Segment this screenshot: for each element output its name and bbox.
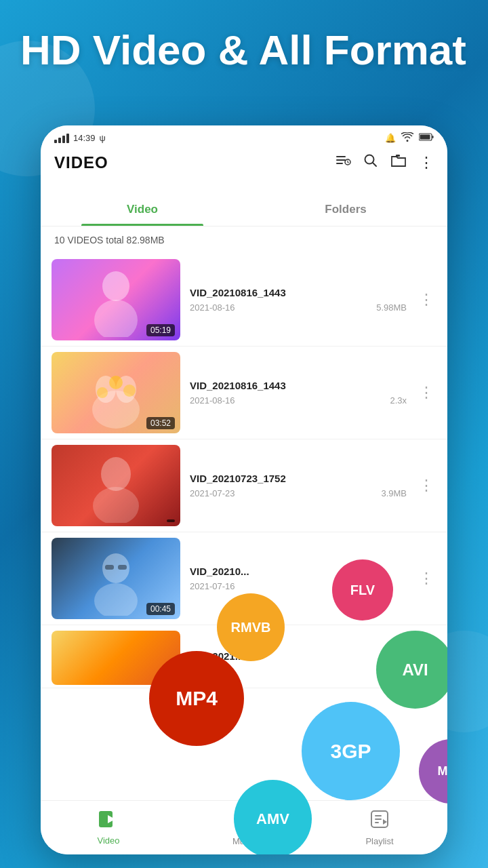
video-size: 3.9MB — [381, 488, 407, 498]
status-bar: 14:39 ψ 🔔 — [41, 125, 447, 147]
item-more-icon[interactable]: ⋮ — [416, 646, 436, 669]
thumbnail: 05:19 — [52, 259, 180, 340]
battery-icon — [419, 133, 434, 143]
video-size: 2.3x — [390, 395, 407, 406]
search-icon[interactable] — [363, 153, 378, 172]
video-info: VID_20210816_1443 2021-08-16 5.98MB — [190, 287, 407, 313]
more-options-icon[interactable]: ⋮ — [419, 154, 434, 172]
duration-badge: 03:52 — [146, 417, 175, 429]
table-row[interactable]: 00:45 VID_20210... 2021-07-16 ⋮ — [41, 532, 447, 625]
table-row[interactable]: VID_2021... ⋮ — [41, 625, 447, 688]
nav-label-video: Video — [97, 835, 119, 846]
svg-point-15 — [97, 387, 108, 398]
wifi-icon — [401, 132, 413, 144]
nav-item-playlist[interactable]: Playlist — [312, 810, 447, 846]
video-title: VID_20210723_1752 — [190, 473, 407, 484]
svg-point-16 — [123, 384, 136, 397]
svg-rect-4 — [336, 159, 346, 161]
video-date: 2021-07-16 — [190, 581, 235, 591]
video-info: VID_20210816_1443 2021-08-16 2.3x — [190, 380, 407, 406]
svg-point-18 — [93, 487, 139, 523]
tab-video[interactable]: Video — [41, 193, 244, 226]
table-row[interactable]: 03:52 VID_20210816_1443 2021-08-16 2.3x … — [41, 347, 447, 439]
video-date: 2021-08-16 — [190, 395, 235, 406]
app-logo: VIDEO — [54, 153, 108, 172]
table-row[interactable]: 05:19 VID_20210816_1443 2021-08-16 5.98M… — [41, 254, 447, 347]
svg-marker-31 — [383, 819, 387, 825]
thumbnail — [52, 631, 180, 685]
svg-rect-2 — [432, 136, 434, 138]
nav-label-music: Music — [232, 836, 256, 846]
video-date: 2021-08-16 — [190, 302, 235, 313]
status-sim: ψ — [100, 133, 106, 143]
video-title: VID_2021... — [190, 650, 407, 662]
svg-rect-1 — [420, 135, 430, 140]
video-info: VID_2021... — [190, 650, 407, 666]
duration-badge: 00:45 — [146, 603, 175, 615]
svg-rect-3 — [336, 156, 346, 157]
video-size: 5.98MB — [376, 302, 407, 313]
svg-point-17 — [101, 457, 131, 491]
svg-rect-28 — [375, 815, 382, 816]
item-more-icon[interactable]: ⋮ — [416, 288, 436, 311]
content-area: Video Folders 10 VIDEOS total 82.98MB 05… — [41, 193, 447, 800]
bottom-nav: Video Music Play — [41, 800, 447, 854]
svg-point-9 — [102, 271, 129, 301]
video-list[interactable]: 05:19 VID_20210816_1443 2021-08-16 5.98M… — [41, 254, 447, 800]
svg-rect-22 — [118, 565, 127, 570]
signal-icon — [54, 134, 69, 143]
video-nav-icon — [98, 810, 119, 833]
playlist-nav-icon — [370, 810, 389, 833]
tab-folders[interactable]: Folders — [244, 193, 447, 226]
nav-label-playlist: Playlist — [365, 836, 393, 846]
nav-item-video[interactable]: Video — [41, 810, 176, 846]
video-info: VID_20210723_1752 2021-07-23 3.9MB — [190, 473, 407, 498]
thumbnail: 03:52 — [52, 352, 180, 433]
playlist-history-icon[interactable] — [335, 153, 351, 173]
video-title: VID_20210... — [190, 566, 407, 577]
svg-rect-8 — [396, 155, 400, 157]
duration-badge: 05:19 — [146, 324, 175, 336]
duration-badge — [167, 519, 175, 522]
svg-rect-30 — [375, 822, 379, 823]
svg-rect-29 — [375, 818, 382, 820]
notification-icon: 🔔 — [385, 133, 396, 143]
video-title: VID_20210816_1443 — [190, 380, 407, 391]
svg-point-14 — [109, 376, 123, 389]
svg-rect-5 — [336, 163, 343, 164]
app-header: VIDEO — [41, 147, 447, 181]
video-date: 2021-07-23 — [190, 488, 235, 498]
status-time: 14:39 — [73, 133, 96, 143]
music-nav-icon — [235, 810, 253, 833]
item-more-icon[interactable]: ⋮ — [416, 567, 436, 590]
item-more-icon[interactable]: ⋮ — [416, 381, 436, 404]
thumbnail: 00:45 — [52, 538, 180, 619]
table-row[interactable]: VID_20210723_1752 2021-07-23 3.9MB ⋮ — [41, 439, 447, 532]
folder-icon[interactable] — [390, 154, 407, 172]
svg-point-10 — [94, 300, 138, 337]
video-title: VID_20210816_1443 — [190, 287, 407, 298]
hero-heading: HD Video & All Format — [20, 27, 468, 73]
svg-point-20 — [94, 583, 138, 616]
svg-rect-21 — [105, 565, 114, 570]
video-count-label: 10 VIDEOS total 82.98MB — [41, 226, 447, 254]
nav-item-music[interactable]: Music — [176, 810, 312, 846]
phone-mockup: 14:39 ψ 🔔 VIDEO — [41, 125, 447, 854]
item-more-icon[interactable]: ⋮ — [416, 474, 436, 497]
video-info: VID_20210... 2021-07-16 — [190, 566, 407, 591]
tabs: Video Folders — [41, 193, 447, 226]
thumbnail — [52, 445, 180, 526]
